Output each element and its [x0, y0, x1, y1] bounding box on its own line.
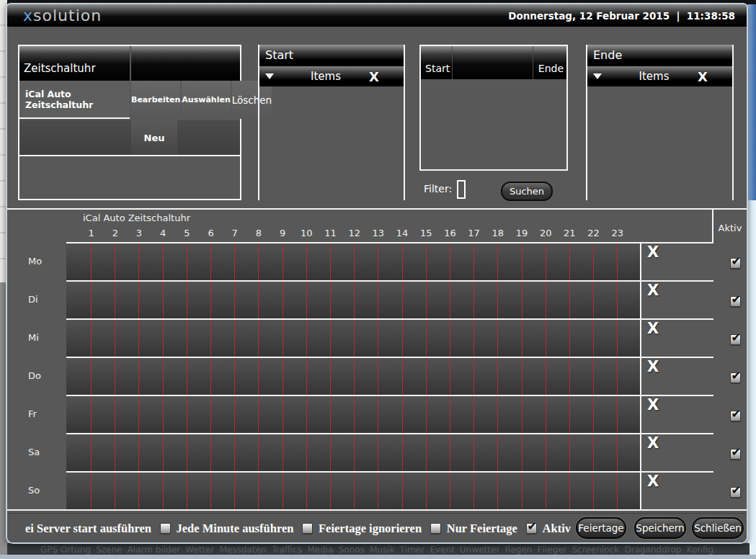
day-aktiv-checkbox[interactable] [730, 487, 741, 498]
footer-option-label: Jede Minute ausführen [177, 522, 294, 536]
hour-label: 18 [486, 228, 510, 242]
background-menu-label: Flieger [538, 543, 567, 555]
row-clear-icon[interactable]: X [641, 434, 659, 451]
footer-option-checkbox[interactable] [526, 523, 537, 534]
speichern-button[interactable]: Speichern [634, 517, 686, 539]
day-aktiv-checkbox[interactable] [730, 258, 741, 269]
background-menu-label: Sonos [339, 543, 365, 555]
background-menu-label: Timer [400, 543, 424, 555]
filter-input[interactable] [457, 180, 466, 199]
hour-label: 22 [582, 228, 605, 242]
schedule-row: X [66, 434, 713, 473]
bearbeiten-button[interactable]: Bearbeiten [131, 81, 180, 119]
dropdown-arrow-icon[interactable] [265, 73, 274, 79]
background-menu-label: Screenlock [572, 543, 619, 555]
row-clear-icon[interactable]: X [641, 473, 659, 489]
logo-x: x [23, 6, 33, 24]
start-clear-icon[interactable]: X [369, 69, 379, 84]
schedule-row: X [66, 473, 713, 511]
day-aktiv-checkbox[interactable] [730, 334, 741, 345]
hour-label: 16 [438, 228, 462, 242]
row-clear-icon[interactable]: X [641, 320, 659, 336]
start-panel-title: Start [259, 45, 404, 66]
hour-label: 5 [175, 228, 199, 242]
suchen-button[interactable]: Suchen [501, 182, 553, 201]
day-label: Mi [7, 318, 66, 357]
hour-label: 8 [246, 228, 270, 242]
timer-list-empty-row: Neu [19, 120, 240, 156]
start-items-panel: Start Items X [258, 45, 405, 200]
background-menu-label: Traffics [272, 543, 302, 555]
footer-option: ei Server start ausführen [9, 522, 151, 536]
day-aktiv-checkbox[interactable] [730, 411, 741, 421]
background-menu-label: GPS Ortung [40, 543, 91, 555]
timeline-row[interactable] [66, 396, 640, 434]
ende-panel-title: Ende [587, 45, 732, 66]
footer-option-label: Nur Feiertage [447, 522, 517, 536]
schedule-row: X [66, 243, 713, 282]
feiertage-button[interactable]: Feiertage [576, 517, 626, 539]
timeline-row[interactable] [66, 243, 640, 282]
footer-option: Jede Minute ausführen [160, 522, 294, 536]
aktiv-checkbox-slot [723, 318, 747, 357]
background-menu-label: Konfig. [687, 543, 716, 555]
dropdown-arrow-icon[interactable] [593, 73, 602, 79]
timeline-row[interactable] [66, 473, 640, 511]
hour-label: 11 [319, 228, 342, 242]
background-menu-label: Unwetter [460, 543, 499, 555]
ende-items-bar: Items X [587, 66, 732, 86]
footer-option-checkbox[interactable] [160, 523, 171, 534]
schedule-row: X [66, 282, 713, 320]
hour-label: 1 [79, 228, 103, 242]
footer-option: Aktiv [526, 522, 571, 536]
aktiv-checkbox-slot [723, 242, 747, 280]
day-label: So [7, 471, 66, 509]
background-menu-label: Draganddrop [624, 543, 681, 555]
hour-label: 3 [127, 228, 151, 242]
row-clear-cell: X [640, 282, 713, 320]
background-menu-label: Alarm bilder [128, 543, 180, 555]
timeline-row[interactable] [66, 320, 640, 358]
schliessen-button[interactable]: Schließen [692, 517, 744, 539]
background-menu-label: Messdaten [220, 543, 267, 555]
row-clear-icon[interactable]: X [641, 282, 659, 298]
timeline-row[interactable] [66, 358, 640, 396]
aktiv-checkbox-slot [723, 433, 747, 471]
footer-option-checkbox[interactable] [430, 523, 441, 534]
zeitschaltuhr-panel: Zeitschaltuhr iCal Auto Zeitschaltuhr Be… [18, 45, 241, 200]
range-table-panel: Start Ende [419, 45, 568, 171]
day-aktiv-checkbox[interactable] [730, 296, 741, 307]
day-aktiv-checkbox[interactable] [730, 449, 741, 460]
timer-list-item[interactable]: iCal Auto Zeitschaltuhr [19, 81, 130, 119]
row-clear-icon[interactable]: X [641, 396, 659, 413]
row-clear-cell: X [640, 434, 713, 473]
hour-label: 17 [462, 228, 486, 242]
timeline-row[interactable] [66, 282, 640, 320]
ende-items-label: Items [602, 70, 698, 83]
row-clear-cell: X [640, 473, 713, 511]
background-menu-label: Wetter [185, 543, 214, 555]
day-label: Do [7, 357, 66, 395]
footer-option-checkbox[interactable] [302, 523, 313, 534]
aktiv-checkbox-slot [723, 357, 747, 395]
hour-label: 19 [510, 228, 533, 242]
hour-label: 15 [414, 228, 438, 242]
aktiv-checkbox-slot [723, 471, 747, 509]
neu-button[interactable]: Neu [131, 120, 177, 155]
range-col-ende: Ende [533, 46, 566, 79]
row-clear-cell: X [640, 358, 713, 396]
filter-row: Filter: Suchen [419, 179, 568, 202]
auswaehlen-button[interactable]: Auswählen [182, 81, 230, 119]
hour-scale: 1234567891011121314151617181920212223 [79, 228, 630, 242]
row-clear-icon[interactable]: X [641, 358, 659, 375]
logo-text: solution [33, 6, 102, 24]
schedule-row: X [66, 358, 713, 396]
ende-clear-icon[interactable]: X [698, 69, 708, 84]
hour-label: 7 [223, 228, 246, 242]
zeitschaltuhr-header-right [131, 46, 240, 81]
row-clear-icon[interactable]: X [641, 243, 659, 260]
timeline-row[interactable] [66, 434, 640, 473]
timer-dialog: xsolution Donnerstag, 12 Februar 2015 | … [6, 3, 748, 544]
aktiv-column-header: Aktiv [713, 223, 747, 233]
day-aktiv-checkbox[interactable] [730, 372, 741, 383]
